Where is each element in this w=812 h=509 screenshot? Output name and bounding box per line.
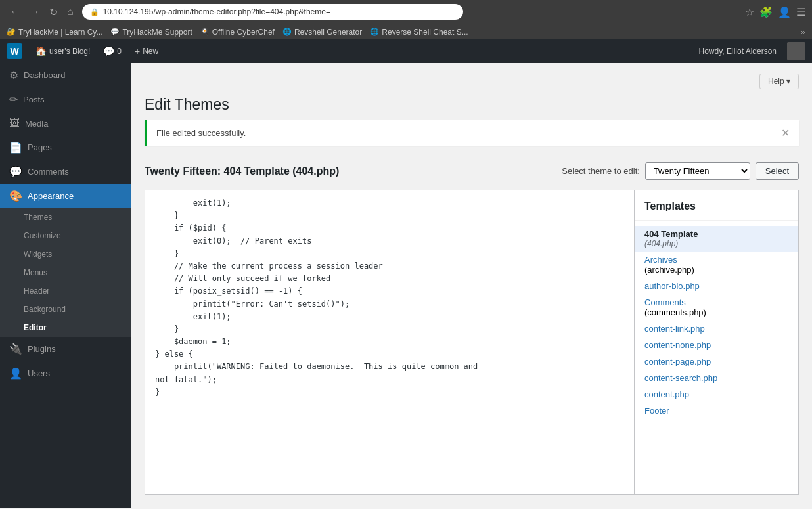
bookmark-support[interactable]: 💬 TryHackMe Support: [110, 28, 192, 37]
sidebar-item-comments-label: Comments: [28, 167, 69, 177]
template-content-link-name: content-link.php: [644, 324, 788, 334]
submenu-widgets[interactable]: Widgets: [0, 245, 131, 263]
admin-bar-site[interactable]: 🏠 user's Blog!: [29, 39, 97, 63]
sidebar-item-dashboard-label: Dashboard: [24, 70, 66, 80]
account-icon[interactable]: 👤: [778, 6, 791, 18]
bookmark-cyberchef[interactable]: 🍳 Offline CyberChef: [200, 28, 275, 37]
bookmarks-more-button[interactable]: »: [801, 27, 805, 37]
sidebar-item-users[interactable]: 👤 Users: [0, 361, 131, 386]
success-notice: File edited successfully. ✕: [145, 120, 799, 146]
wp-logo[interactable]: W: [7, 43, 22, 59]
template-content-none-name: content-none.php: [644, 340, 788, 350]
bookmark-revshell[interactable]: 🌐 Revshell Generator: [282, 28, 362, 37]
template-item-footer[interactable]: Footer: [635, 403, 798, 419]
template-header: Twenty Fifteen: 404 Template (404.php) S…: [131, 156, 812, 190]
submenu-themes[interactable]: Themes: [0, 208, 131, 227]
submenu-menus[interactable]: Menus: [0, 263, 131, 282]
bookmark-cheatsheet-icon: 🌐: [370, 28, 379, 36]
code-line: }: [145, 323, 634, 336]
template-archives-file: (archive.php): [644, 265, 788, 275]
template-404-name: 404 Template: [644, 229, 788, 239]
template-item-content-page[interactable]: content-page.php: [635, 353, 798, 370]
submenu-header[interactable]: Header: [0, 282, 131, 300]
sidebar-item-users-label: Users: [28, 368, 50, 378]
comments-bar-icon: 💬: [103, 46, 114, 56]
admin-bar-new[interactable]: + New: [128, 39, 165, 63]
code-line: printit("Error: Can't setsid()");: [145, 298, 634, 311]
template-content-name: content.php: [644, 389, 788, 399]
template-item-content[interactable]: content.php: [635, 386, 798, 403]
comments-icon: 💬: [9, 166, 22, 178]
code-line: printit("WARNING: Failed to daemonise. T…: [145, 361, 634, 373]
template-item-content-none[interactable]: content-none.php: [635, 337, 798, 353]
template-404-file: (404.php): [644, 239, 788, 248]
user-avatar[interactable]: [787, 42, 805, 60]
template-comments-name: Comments: [644, 298, 788, 307]
template-item-404[interactable]: 404 Template (404.php): [635, 226, 798, 252]
sidebar-item-posts[interactable]: ✏ Posts: [0, 87, 131, 112]
appearance-submenu: Themes Customize Widgets Menus Header Ba…: [0, 208, 131, 337]
theme-select-dropdown[interactable]: Twenty Fifteen Twenty Sixteen Twenty Sev…: [645, 162, 750, 180]
template-author-bio-name: author-bio.php: [644, 281, 788, 291]
extensions-icon[interactable]: 🧩: [759, 6, 773, 18]
template-item-archives[interactable]: Archives (archive.php): [635, 252, 798, 278]
submenu-background[interactable]: Background: [0, 300, 131, 319]
home-button[interactable]: ⌂: [64, 5, 77, 19]
code-editor[interactable]: exit(1); } if ($pid) { exit(0); // Paren…: [145, 190, 635, 495]
content-header: Help ▾: [131, 63, 812, 96]
bookmark-revshell-label: Revshell Generator: [294, 28, 362, 37]
select-theme-button[interactable]: Select: [756, 162, 799, 180]
sidebar: ⚙ Dashboard ✏ Posts 🖼 Media 📄 Pages 💬 Co…: [0, 63, 131, 508]
code-line: }: [145, 210, 634, 222]
template-comments-file: (comments.php): [644, 307, 788, 317]
sidebar-item-media[interactable]: 🖼 Media: [0, 112, 131, 135]
bookmark-cyberchef-label: Offline CyberChef: [212, 28, 275, 37]
sidebar-item-appearance-label: Appearance: [28, 191, 74, 201]
code-line: // Make the current process a session le…: [145, 260, 634, 273]
menu-icon[interactable]: ☰: [796, 6, 805, 18]
template-item-author-bio[interactable]: author-bio.php: [635, 278, 798, 294]
bookmark-cheatsheet[interactable]: 🌐 Reverse Shell Cheat S...: [370, 28, 468, 37]
code-line: }: [145, 386, 634, 399]
submenu-editor[interactable]: Editor: [0, 319, 131, 337]
template-title: Twenty Fifteen: 404 Template (404.php): [145, 166, 339, 177]
template-item-comments[interactable]: Comments (comments.php): [635, 294, 798, 321]
reload-button[interactable]: ↻: [46, 5, 61, 20]
sidebar-item-plugins[interactable]: 🔌 Plugins: [0, 337, 131, 361]
templates-panel: Templates 404 Template (404.php) Archive…: [635, 190, 799, 495]
help-button[interactable]: Help ▾: [759, 74, 799, 89]
bookmark-tryhackme[interactable]: 🔐 TryHackMe | Learn Cy...: [7, 28, 102, 37]
sidebar-item-comments[interactable]: 💬 Comments: [0, 160, 131, 184]
submenu-customize[interactable]: Customize: [0, 227, 131, 245]
url-text: 10.10.124.195/wp-admin/theme-editor.php?…: [103, 7, 455, 16]
code-line: } else {: [145, 348, 634, 361]
sidebar-item-appearance[interactable]: 🎨 Appearance: [0, 184, 131, 208]
bookmark-cheatsheet-label: Reverse Shell Cheat S...: [382, 28, 468, 37]
template-content-search-name: content-search.php: [644, 373, 788, 383]
back-button[interactable]: ←: [7, 5, 24, 19]
templates-panel-title: Templates: [635, 200, 798, 221]
bookmark-star-icon[interactable]: ☆: [745, 6, 754, 18]
theme-selector-label: Select theme to edit:: [562, 166, 640, 176]
code-line: exit(1);: [145, 197, 634, 210]
template-item-content-search[interactable]: content-search.php: [635, 370, 798, 386]
address-bar[interactable]: 🔒 10.10.124.195/wp-admin/theme-editor.ph…: [82, 4, 463, 20]
template-content-page-name: content-page.php: [644, 357, 788, 366]
wp-admin-bar: W 🏠 user's Blog! 💬 0 + New Howdy, Elliot…: [0, 39, 812, 63]
content-area: Help ▾ Edit Themes File edited successfu…: [131, 63, 812, 508]
code-line: $daemon = 1;: [145, 336, 634, 348]
code-line: exit(0); // Parent exits: [145, 235, 634, 248]
admin-bar-comments[interactable]: 💬 0: [97, 39, 128, 63]
admin-bar-user-greeting: Howdy, Elliot Alderson: [692, 47, 784, 56]
dashboard-icon: ⚙: [9, 69, 18, 81]
forward-button[interactable]: →: [26, 5, 43, 19]
notice-close-button[interactable]: ✕: [781, 127, 790, 139]
bookmarks-bar: 🔐 TryHackMe | Learn Cy... 💬 TryHackMe Su…: [0, 24, 812, 39]
code-line: // Will only succeed if we forked: [145, 273, 634, 285]
sidebar-item-pages[interactable]: 📄 Pages: [0, 135, 131, 160]
template-item-content-link[interactable]: content-link.php: [635, 321, 798, 337]
template-archives-name: Archives: [644, 255, 788, 265]
sidebar-item-dashboard[interactable]: ⚙ Dashboard: [0, 63, 131, 87]
wp-admin-bar-items: 🏠 user's Blog! 💬 0 + New: [29, 39, 692, 63]
bookmark-support-icon: 💬: [110, 28, 120, 36]
